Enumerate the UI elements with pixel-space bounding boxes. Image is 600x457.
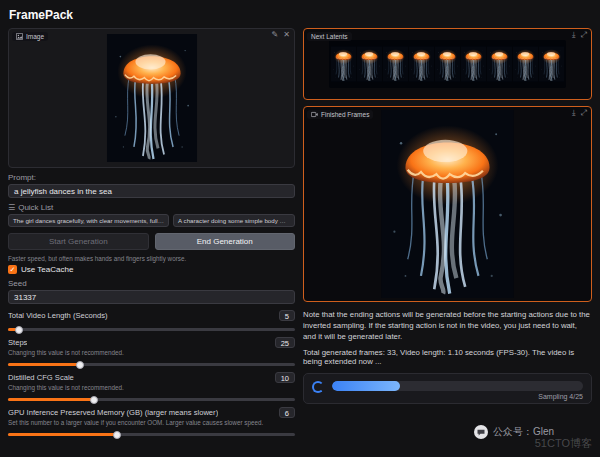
latent-frames-strip[interactable] (329, 40, 566, 88)
spinner-icon (312, 381, 324, 393)
latent-frame (331, 42, 356, 86)
slider-note: Changing this value is not recommended. (8, 384, 295, 391)
progress-bar (332, 381, 583, 391)
slider-handle[interactable] (90, 396, 98, 404)
list-icon: ☰ (8, 204, 15, 212)
generation-buttons: Start Generation End Generation (8, 233, 295, 250)
teacache-label: Use TeaCache (21, 265, 73, 274)
quick-list-label: Quick List (18, 203, 53, 212)
app-header: FramePack (0, 0, 600, 25)
end-generation-button[interactable]: End Generation (155, 233, 296, 250)
latent-frame (435, 42, 460, 86)
clear-icon[interactable]: ✕ (283, 31, 290, 39)
app-title: FramePack (9, 8, 73, 22)
slider-distilled-cfg: Distilled CFG Scale 10 Changing this val… (8, 372, 295, 401)
slider-value-input[interactable]: 25 (275, 337, 295, 348)
download-icon[interactable]: ⤓ (572, 109, 576, 117)
slider-label: Total Video Length (Seconds) (8, 311, 108, 320)
latent-frame (539, 42, 564, 86)
slider-note: Set this number to a larger value if you… (8, 419, 295, 426)
slider-gpu-memory: GPU Inference Preserved Memory (GB) (lar… (8, 407, 295, 436)
slider-handle[interactable] (15, 326, 23, 334)
next-latents-label: Next Latents (307, 32, 352, 41)
slider-value-input[interactable]: 5 (279, 310, 295, 321)
quick-item-1[interactable]: A character doing some simple body movem… (173, 214, 295, 227)
sampling-note: Note that the ending actions will be gen… (303, 309, 592, 342)
finished-frames-video (381, 110, 514, 298)
latent-frame (383, 42, 408, 86)
slider-fill (8, 398, 94, 401)
progress-fill (332, 381, 400, 391)
finished-frames-block[interactable]: Finished Frames ⤓ ⤢ (303, 106, 592, 302)
fullscreen-icon[interactable]: ⤢ (581, 31, 587, 39)
next-latents-block: Next Latents ⤓ ⤢ (303, 28, 592, 100)
teacache-note: Faster speed, but often makes hands and … (8, 255, 295, 262)
latent-frame (461, 42, 486, 86)
main-layout: Image ✎ ✕ Prompt: a jellyfish dances in … (0, 25, 600, 440)
fullscreen-icon[interactable]: ⤢ (581, 109, 587, 117)
slider-total-video-length: Total Video Length (Seconds) 5 (8, 310, 295, 331)
use-teacache-checkbox[interactable]: ✓ (8, 265, 17, 274)
latents-toolbar: ⤓ ⤢ (572, 31, 587, 39)
next-latents-label-text: Next Latents (311, 33, 348, 40)
slider-track[interactable] (8, 328, 295, 331)
teacache-row: ✓ Use TeaCache (8, 265, 295, 274)
quick-list: The girl dances gracefully, with clear m… (8, 214, 295, 227)
progress-panel: Sampling 4/25 (303, 373, 592, 404)
slider-steps: Steps 25 Changing this value is not reco… (8, 337, 295, 366)
quick-list-header: ☰ Quick List (8, 203, 295, 212)
prompt-input[interactable]: a jellyfish dances in the sea (8, 184, 295, 198)
input-jellyfish-image (105, 34, 199, 162)
slider-value-input[interactable]: 6 (279, 407, 295, 418)
latent-frame (513, 42, 538, 86)
watermark-site: 51CTO博客 (535, 436, 592, 451)
frames-toolbar: ⤓ ⤢ (572, 109, 587, 117)
slider-label: GPU Inference Preserved Memory (GB) (lar… (8, 408, 218, 417)
finished-frames-label-text: Finished Frames (321, 111, 369, 118)
input-image-dropzone[interactable]: Image ✎ ✕ (8, 28, 295, 168)
image-toolbar: ✎ ✕ (272, 31, 290, 39)
seed-input[interactable]: 31337 (8, 290, 295, 304)
progress-wrap: Sampling 4/25 (332, 381, 583, 400)
slider-label: Steps (8, 338, 27, 347)
slider-track[interactable] (8, 398, 295, 401)
slider-fill (8, 433, 117, 436)
latent-frame (409, 42, 434, 86)
latent-frame (487, 42, 512, 86)
slider-label: Distilled CFG Scale (8, 373, 74, 382)
quick-item-0[interactable]: The girl dances gracefully, with clear m… (8, 214, 169, 227)
slider-track[interactable] (8, 433, 295, 436)
progress-label: Sampling 4/25 (332, 393, 583, 400)
right-column: Next Latents ⤓ ⤢ (303, 28, 592, 440)
slider-handle[interactable] (113, 431, 121, 439)
prompt-label: Prompt: (8, 173, 295, 182)
finished-frames-label: Finished Frames (307, 110, 373, 119)
framepack-app: FramePack Image ✎ ✕ Prompt: a jellyfish … (0, 0, 600, 457)
slider-track[interactable] (8, 363, 295, 366)
edit-icon[interactable]: ✎ (272, 31, 279, 39)
image-icon (16, 33, 23, 40)
generation-stats: Total generated frames: 33, Video length… (303, 348, 592, 366)
chat-bubble-icon (474, 425, 488, 439)
check-icon: ✓ (10, 266, 16, 273)
slider-value-input[interactable]: 10 (275, 372, 295, 383)
slider-note: Changing this value is not recommended. (8, 349, 295, 356)
left-column: Image ✎ ✕ Prompt: a jellyfish dances in … (8, 28, 295, 440)
latent-frame (357, 42, 382, 86)
video-icon (311, 111, 318, 118)
image-block-label: Image (12, 32, 48, 41)
image-block-label-text: Image (26, 33, 44, 40)
seed-label: Seed (8, 279, 295, 288)
slider-handle[interactable] (76, 361, 84, 369)
download-icon[interactable]: ⤓ (572, 31, 576, 39)
slider-fill (8, 363, 80, 366)
start-generation-button[interactable]: Start Generation (8, 233, 149, 250)
